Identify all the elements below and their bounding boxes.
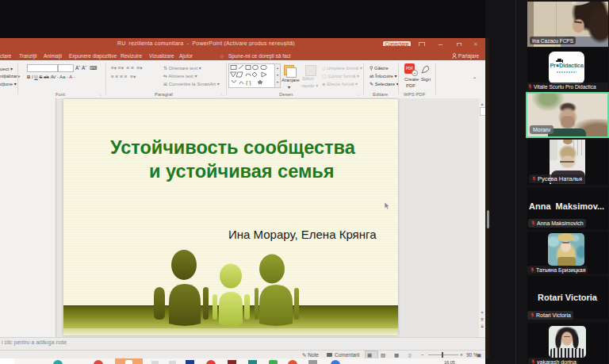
svg-text:{ }: { } [246, 80, 251, 86]
